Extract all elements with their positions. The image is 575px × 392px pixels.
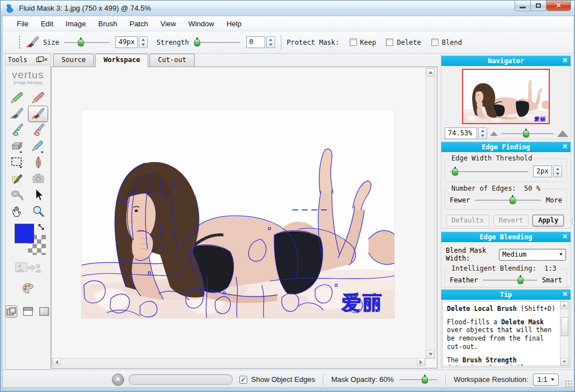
keep-global-brush-tool[interactable] [7,122,27,138]
minimize-button[interactable] [515,1,531,11]
navigator-zoom-slider[interactable] [501,129,554,138]
menu-image[interactable]: Image [59,17,92,30]
patch-sampler-tool[interactable] [7,171,27,187]
delete-pencil-tool[interactable] [28,89,48,106]
float-panel-icon[interactable] [36,58,41,62]
canvas-horizontal-scrollbar[interactable] [52,358,426,366]
workspace-resolution-dropdown[interactable]: 1:1 [533,374,559,386]
navigator-thumbnail[interactable] [462,69,550,124]
delete-local-brush-tool[interactable] [28,106,48,122]
size-slider[interactable] [64,38,110,47]
view-single-button[interactable] [39,305,50,318]
palette-tool[interactable] [6,283,50,296]
menu-help[interactable]: Help [220,17,248,30]
menu-window[interactable]: Window [182,17,220,30]
keep-local-brush-tool[interactable] [7,106,27,122]
revert-button[interactable]: Revert [493,215,529,226]
intelligent-blending-value: 1:3 [544,265,557,272]
strength-slider[interactable] [194,38,241,47]
hand-tool[interactable] [7,203,27,219]
mask-exchange-tool[interactable] [6,262,50,277]
menu-view[interactable]: View [154,17,182,30]
tab-source[interactable]: Source [53,54,94,67]
blend-pencil-tool[interactable] [28,138,48,154]
menu-patch[interactable]: Patch [123,17,154,30]
tip-scroll-up-icon[interactable] [560,301,568,309]
cursor-tool[interactable] [28,187,48,203]
edge-finding-close-icon[interactable]: ✕ [562,143,568,150]
number-of-edges-value: 50 % [524,185,540,192]
eraser-icon [10,139,24,153]
workspace-area: Tools ✕ vertus [image therapy] [3,54,573,370]
mask-opacity-slider[interactable] [399,375,437,384]
keep-pencil-tool[interactable] [7,89,27,106]
maximize-button[interactable] [530,1,546,11]
scroll-right-icon[interactable] [417,358,425,366]
toolbar-grip[interactable] [18,35,21,50]
nav-zoom-down-icon[interactable] [479,134,487,139]
scroll-left-icon[interactable] [53,358,61,366]
resize-grip[interactable] [564,380,572,387]
show-object-edges-checkbox[interactable]: ✓ Show Object Edges [239,375,315,384]
strength-spinner[interactable]: 0 [246,36,275,48]
size-down-icon[interactable] [139,42,147,48]
edge-width-up-icon[interactable] [554,166,562,172]
size-value[interactable]: 49px [115,36,138,48]
size-up-icon[interactable] [139,37,147,42]
workspace-photo[interactable]: 爱丽 [82,110,394,318]
protect-keep-checkbox[interactable]: Keep [350,39,376,46]
menu-file[interactable]: File [11,17,35,30]
eraser-tool[interactable] [7,138,27,154]
blend-mask-width-dropdown[interactable]: Medium [499,249,566,261]
menu-edit[interactable]: Edit [35,17,59,30]
edge-width-down-icon[interactable] [554,172,562,177]
view-workspace-button[interactable] [6,305,17,318]
edge-width-value[interactable]: 2px [533,166,552,177]
close-button[interactable]: ✕ [546,1,571,11]
tab-cutout[interactable]: Cut-out [149,54,195,67]
foreground-color-swatch[interactable] [15,224,34,243]
close-panel-icon[interactable]: ✕ [44,56,48,63]
navigator-zoom-value[interactable]: 74.53% [445,127,477,139]
protect-delete-checkbox[interactable]: Delete [386,39,421,46]
tip-scroll-down-icon[interactable] [560,358,568,366]
image-canvas[interactable]: 爱丽 [51,67,437,369]
menu-brush[interactable]: Brush [92,17,124,30]
canvas-vertical-scrollbar[interactable] [426,68,435,359]
scroll-down-icon[interactable] [426,350,435,358]
pen-tool[interactable] [28,154,48,171]
tip-close-icon[interactable]: ✕ [562,290,568,298]
navigator-zoom-spinner[interactable]: 74.53% [445,127,487,139]
nav-zoom-up-icon[interactable] [479,128,487,134]
apply-button[interactable]: Apply [532,215,564,226]
scroll-up-icon[interactable] [426,68,435,77]
zoom-in-icon[interactable] [557,130,568,137]
protect-blend-checkbox[interactable]: Blend [431,39,462,46]
strength-up-icon[interactable] [267,37,275,42]
delete-global-brush-tool[interactable] [28,122,48,138]
view-single-icon [39,307,49,316]
cancel-operation-button[interactable]: ✕ [112,374,124,386]
intelligent-blending-slider[interactable] [483,276,538,285]
tip-scroll-thumb[interactable] [561,317,568,336]
edge-width-slider[interactable] [450,167,529,176]
view-split-button[interactable] [22,305,34,318]
edge-width-spinner[interactable]: 2px [533,166,562,177]
strength-value[interactable]: 0 [246,36,265,48]
strength-down-icon[interactable] [267,42,275,48]
size-spinner[interactable]: 49px [115,36,148,48]
zoom-out-icon[interactable] [490,131,498,136]
navigator-close-icon[interactable]: ✕ [562,56,568,64]
swap-colors-icon[interactable]: ⤡ [38,223,44,232]
number-of-edges-slider[interactable] [474,196,541,205]
marquee-tool[interactable] [7,154,27,171]
tab-workspace[interactable]: Workspace [95,54,148,67]
expand-panel-button[interactable] [572,215,575,226]
snapshot-camera-tool[interactable] [28,171,48,187]
tip-scrollbar[interactable] [560,301,569,366]
blow-brush-tool[interactable] [7,187,27,203]
zoom-tool[interactable] [28,203,48,219]
edge-blending-close-icon[interactable]: ✕ [562,233,568,240]
defaults-button[interactable]: Defaults [446,215,489,226]
workspace-resolution-value: 1:1 [538,375,548,384]
